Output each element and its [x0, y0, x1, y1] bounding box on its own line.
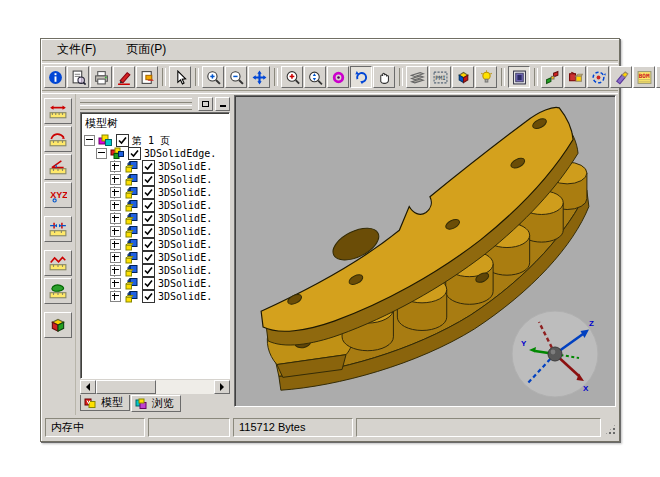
scroll-right-button[interactable]: [214, 380, 230, 394]
tree-node-label[interactable]: 3DSolidE.: [158, 291, 212, 302]
tree-row-part: 3DSolidE.: [110, 225, 229, 238]
print-preview-button[interactable]: [67, 66, 89, 88]
measure-volume-button[interactable]: [44, 312, 72, 338]
attributes-table-button[interactable]: [656, 66, 660, 88]
expand-icon[interactable]: [110, 200, 121, 211]
tree-checkbox[interactable]: [142, 212, 155, 225]
measure-polyline-button[interactable]: [44, 250, 72, 276]
zoom-in-button[interactable]: [202, 66, 224, 88]
view-cube-button[interactable]: [452, 66, 474, 88]
rotate-part-button[interactable]: [587, 66, 609, 88]
zoom-window-button[interactable]: [281, 66, 303, 88]
zoom-out-button[interactable]: [225, 66, 247, 88]
tab-browse[interactable]: 浏览: [131, 395, 181, 412]
page-frame-button[interactable]: [508, 66, 530, 88]
measure-gap-button[interactable]: [44, 216, 72, 242]
tree-checkbox[interactable]: [142, 160, 155, 173]
tree-node-label[interactable]: 3DSolidE.: [158, 161, 212, 172]
expand-icon[interactable]: [110, 278, 121, 289]
info-button[interactable]: [44, 66, 66, 88]
tree-checkbox[interactable]: [142, 186, 155, 199]
tree-node-label[interactable]: 3DSolidE.: [158, 226, 212, 237]
orientation-trackball[interactable]: Z X Y: [509, 308, 601, 400]
zoom-out-icon: [229, 70, 244, 85]
resize-grip[interactable]: [604, 423, 617, 436]
tree-checkbox[interactable]: [142, 225, 155, 238]
tree-checkbox[interactable]: [142, 199, 155, 212]
expand-icon[interactable]: [110, 291, 121, 302]
menu-page[interactable]: 页面(P): [122, 39, 170, 60]
scrollbar-track[interactable]: [96, 380, 214, 394]
measure-area-icon: [49, 283, 67, 299]
viewport-wrap: Z X Y: [232, 94, 619, 415]
collapse-icon[interactable]: [84, 135, 95, 146]
tree-checkbox[interactable]: [128, 147, 141, 160]
tree-checkbox[interactable]: [142, 238, 155, 251]
explode-button[interactable]: [541, 66, 563, 88]
tree-node-label[interactable]: 3DSolidE.: [158, 252, 212, 263]
expand-icon[interactable]: [110, 239, 121, 250]
menu-file[interactable]: 文件(F): [53, 39, 100, 60]
pmi-icon: PMI: [433, 70, 448, 85]
measure-distance-button[interactable]: [44, 98, 72, 124]
pan-hand-button[interactable]: [373, 66, 395, 88]
zoom-dynamic-button[interactable]: [304, 66, 326, 88]
panel-float-button[interactable]: [198, 97, 213, 111]
rotate-icon: [354, 70, 369, 85]
print-button[interactable]: [90, 66, 112, 88]
markup-pen-button[interactable]: [113, 66, 135, 88]
lighting-button[interactable]: [475, 66, 497, 88]
expand-icon[interactable]: [110, 252, 121, 263]
tree-checkbox[interactable]: [142, 277, 155, 290]
tree-node-label[interactable]: 3DSolidE.: [158, 187, 212, 198]
panel-drag-grip[interactable]: [80, 98, 192, 110]
expand-icon[interactable]: [110, 226, 121, 237]
viewport-3d[interactable]: Z X Y: [234, 95, 616, 407]
rotate-center-button[interactable]: [327, 66, 349, 88]
tree-node-label[interactable]: 3DSolidE.: [158, 239, 212, 250]
hide-part-button[interactable]: [610, 66, 632, 88]
tree-children: 3DSolidE. 3DSolidE. 3DSolidE. 3DSolidE. …: [84, 160, 229, 303]
tree-node-label[interactable]: 3DSolidE.: [158, 200, 212, 211]
tree-node-label[interactable]: 3DSolidE.: [158, 265, 212, 276]
measure-area-button[interactable]: [44, 278, 72, 304]
export-image-button[interactable]: [136, 66, 158, 88]
tree-checkbox[interactable]: [142, 290, 155, 303]
select-cursor-button[interactable]: [169, 66, 191, 88]
measure-polyline-icon: [49, 255, 67, 271]
pmi-button[interactable]: PMI: [429, 66, 451, 88]
expand-icon[interactable]: [110, 161, 121, 172]
rotate-center-icon: [331, 70, 346, 85]
zoom-dynamic-icon: [308, 70, 323, 85]
scroll-left-button[interactable]: [80, 380, 96, 394]
tree-node-label[interactable]: 第 1 页: [132, 134, 170, 148]
tree-node-label[interactable]: 3DSolidE.: [158, 213, 212, 224]
tree-checkbox[interactable]: [116, 134, 129, 147]
tree-checkbox[interactable]: [142, 173, 155, 186]
bom-button[interactable]: BOM: [633, 66, 655, 88]
pan-hand-icon: [377, 70, 392, 85]
layers-button[interactable]: [406, 66, 428, 88]
scrollbar-thumb[interactable]: [96, 380, 156, 394]
tree-node-label[interactable]: 3DSolidE.: [158, 174, 212, 185]
pan-arrows-button[interactable]: [248, 66, 270, 88]
collapse-icon[interactable]: [96, 148, 107, 159]
tree-checkbox[interactable]: [142, 251, 155, 264]
measure-coordinate-button[interactable]: XYZ: [44, 182, 72, 208]
measure-curve-length-button[interactable]: [44, 126, 72, 152]
expand-icon[interactable]: [110, 174, 121, 185]
tree-checkbox[interactable]: [142, 264, 155, 277]
expand-icon[interactable]: [110, 265, 121, 276]
expand-icon[interactable]: [110, 213, 121, 224]
tab-model-label: 模型: [101, 395, 123, 410]
transform-part-button[interactable]: [564, 66, 586, 88]
tab-model[interactable]: 模型: [80, 395, 130, 411]
panel-hide-button[interactable]: [215, 97, 230, 111]
measure-angle-button[interactable]: [44, 154, 72, 180]
rotate-button[interactable]: [350, 66, 372, 88]
panel-header: [80, 97, 230, 110]
tree-node-label[interactable]: 3DSolidE.: [158, 278, 212, 289]
expand-icon[interactable]: [110, 187, 121, 198]
tree-node-label[interactable]: 3DSolidEdge.: [144, 148, 216, 159]
zoom-window-icon: [285, 70, 300, 85]
